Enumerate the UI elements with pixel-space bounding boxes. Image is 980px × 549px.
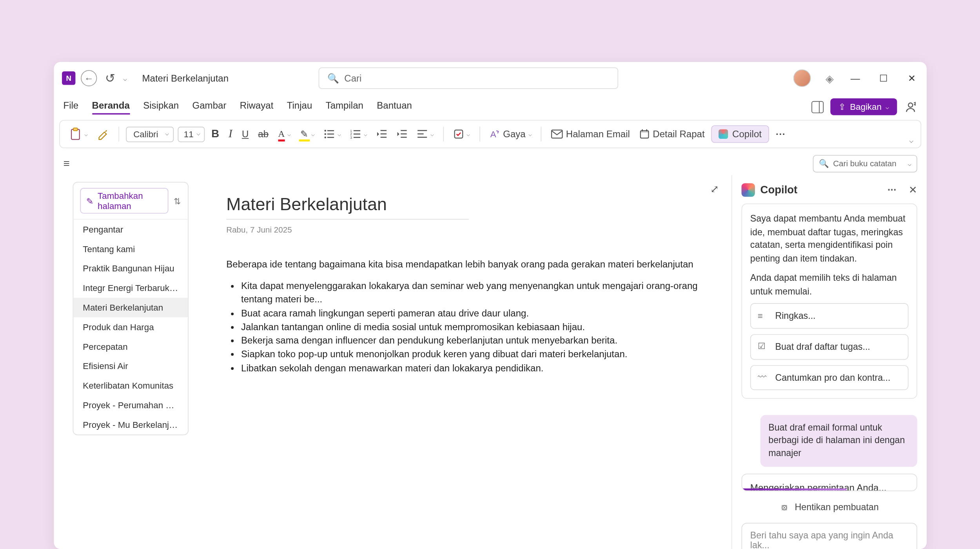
bullet-item[interactable]: Buat acara ramah lingkungan seperti pame…: [241, 306, 713, 320]
intro-text[interactable]: Beberapa ide tentang bagaimana kita bisa…: [226, 259, 712, 269]
email-page-button[interactable]: Halaman Email: [548, 127, 633, 141]
copilot-suggestion[interactable]: ☑Buat draf daftar tugas...: [750, 334, 909, 360]
page-content[interactable]: ⤢ Materi Berkelanjutan Rabu, 7 Juni 2025…: [189, 175, 731, 549]
bullet-item[interactable]: Libatkan sekolah dengan menawarkan mater…: [241, 361, 713, 374]
notebook-search[interactable]: 🔍 Cari buku catatan ⌵: [813, 155, 917, 173]
email-page-label: Halaman Email: [566, 129, 630, 139]
svg-rect-6: [327, 134, 334, 135]
copilot-icon: [719, 129, 728, 139]
page-date: Rabu, 7 Juni 2025: [226, 225, 712, 235]
svg-point-0: [908, 103, 913, 107]
svg-rect-8: [327, 137, 334, 138]
indent-button[interactable]: [394, 128, 410, 140]
menu-sisipkan[interactable]: Sisipkan: [143, 99, 179, 114]
sort-pages-button[interactable]: ⇅: [174, 196, 181, 206]
menu-tampilan[interactable]: Tampilan: [326, 99, 363, 114]
bullet-item[interactable]: Siapkan toko pop-up untuk menonjolkan pr…: [241, 347, 713, 361]
page-item[interactable]: Praktik Bangunan Hijau: [73, 259, 188, 278]
menu-bantuan[interactable]: Bantuan: [377, 99, 412, 114]
page-title[interactable]: Materi Berkelanjutan: [226, 194, 468, 220]
copilot-menu-button[interactable]: ···: [887, 184, 897, 196]
meet-now-icon[interactable]: [904, 100, 917, 113]
expand-icon[interactable]: ⤢: [710, 183, 719, 195]
page-item[interactable]: Pengantar: [73, 220, 188, 239]
font-color-button[interactable]: A⌵: [275, 127, 294, 141]
svg-rect-12: [354, 134, 360, 135]
titlebar: N ← ↺ ⌵ Materi Berkelanjutan 🔍 Cari ◈ — …: [54, 62, 927, 94]
copilot-input[interactable]: Beri tahu saya apa yang ingin Anda lak..…: [742, 523, 917, 549]
share-button[interactable]: ⇪ Bagikan ⌵: [830, 98, 897, 115]
styles-button[interactable]: A Gaya⌵: [487, 127, 534, 141]
user-avatar[interactable]: [793, 69, 811, 87]
hamburger-icon[interactable]: ≡: [63, 158, 69, 170]
copilot-ribbon-button[interactable]: Copilot: [711, 125, 769, 143]
svg-rect-2: [73, 128, 77, 131]
ribbon-toolbar: ⌵ Calibri 11 B I U ab A⌵ ✎⌵ ⌵ 123⌵ ⌵ ⌵ A…: [59, 120, 921, 148]
page-item[interactable]: Proyek - Perumahan Hijau...: [73, 395, 188, 415]
page-item[interactable]: Materi Berkelanjutan: [73, 298, 188, 317]
premium-icon[interactable]: ◈: [826, 72, 834, 85]
maximize-button[interactable]: ☐: [877, 73, 890, 84]
copilot-logo-icon: [742, 183, 755, 196]
bullet-item[interactable]: Kita dapat menyelenggarakan lokakarya da…: [241, 279, 713, 306]
meeting-details-button[interactable]: Detail Rapat: [637, 127, 707, 141]
global-search[interactable]: 🔍 Cari: [319, 67, 619, 89]
copilot-close-button[interactable]: ✕: [909, 184, 917, 196]
onenote-app-icon: N: [62, 71, 75, 85]
menu-file[interactable]: File: [63, 99, 78, 114]
svg-rect-17: [381, 137, 387, 138]
strikethrough-button[interactable]: ab: [255, 127, 271, 141]
page-item[interactable]: Percepatan: [73, 337, 188, 356]
bullet-item[interactable]: Bekerja sama dengan influencer dan pendu…: [241, 334, 713, 347]
app-window: N ← ↺ ⌵ Materi Berkelanjutan 🔍 Cari ◈ — …: [54, 62, 927, 549]
page-item[interactable]: Produk dan Harga: [73, 317, 188, 337]
copilot-suggestion[interactable]: 〰Cantumkan pro dan kontra...: [750, 365, 909, 390]
add-page-button[interactable]: ✎ Tambahkan halaman: [80, 188, 168, 213]
highlight-button[interactable]: ✎⌵: [298, 127, 317, 141]
ribbon-overflow-button[interactable]: ···: [773, 127, 788, 141]
copilot-stop-button[interactable]: ⦻ Hentikan pembuatan: [742, 498, 917, 516]
chevron-down-icon: ⌵: [908, 160, 911, 167]
svg-point-5: [324, 133, 326, 135]
minimize-button[interactable]: —: [849, 73, 862, 84]
menu-riwayat[interactable]: Riwayat: [240, 99, 274, 114]
undo-button[interactable]: ↺: [102, 71, 118, 85]
menu-tinjau[interactable]: Tinjau: [287, 99, 312, 114]
tag-button[interactable]: ⌵: [450, 127, 473, 141]
align-button[interactable]: ⌵: [414, 128, 436, 140]
copilot-stop-label: Hentikan pembuatan: [795, 502, 879, 512]
numbering-button[interactable]: 123⌵: [347, 128, 370, 140]
menubar: FileBerandaSisipkanGambarRiwayatTinjauTa…: [54, 95, 927, 120]
ribbon-collapse-button[interactable]: ⌵: [909, 136, 914, 145]
format-painter-button[interactable]: [94, 127, 112, 142]
svg-rect-26: [552, 130, 563, 138]
page-item[interactable]: Keterlibatan Komunitas: [73, 376, 188, 396]
italic-button[interactable]: I: [226, 126, 235, 142]
bold-button[interactable]: B: [209, 127, 222, 142]
undo-dropdown[interactable]: ⌵: [123, 75, 127, 82]
back-button[interactable]: ←: [81, 70, 97, 86]
menu-gambar[interactable]: Gambar: [192, 99, 227, 114]
svg-rect-4: [327, 130, 334, 131]
paste-button[interactable]: ⌵: [67, 126, 90, 142]
bullet-item[interactable]: Jalankan tantangan online di media sosia…: [241, 320, 713, 334]
pane-layout-icon[interactable]: [811, 101, 824, 113]
font-size-select[interactable]: 11: [178, 126, 205, 142]
page-item[interactable]: Proyek - Mu Berkelanjutan...: [73, 415, 188, 434]
menu-beranda[interactable]: Beranda: [92, 99, 130, 114]
svg-rect-16: [381, 133, 387, 135]
idea-bullets[interactable]: Kita dapat menyelenggarakan lokakarya da…: [226, 279, 712, 374]
close-window-button[interactable]: ✕: [905, 73, 918, 84]
font-family-select[interactable]: Calibri: [126, 126, 174, 142]
outdent-button[interactable]: [374, 128, 390, 140]
bullets-button[interactable]: ⌵: [321, 128, 343, 140]
copilot-suggestion[interactable]: ≡Ringkas...: [750, 304, 909, 329]
notebook-search-placeholder: Cari buku catatan: [833, 159, 897, 168]
suggestion-icon: 〰: [758, 371, 768, 384]
underline-button[interactable]: U: [239, 127, 251, 141]
page-item[interactable]: Integr Energi Terbarukan...: [73, 278, 188, 298]
copilot-intro-2: Anda dapat memilih teks di halaman untuk…: [750, 272, 909, 298]
page-item[interactable]: Tentang kami: [73, 239, 188, 259]
page-item[interactable]: Efisiensi Air: [73, 356, 188, 376]
document-title: Materi Berkelanjutan: [142, 73, 229, 84]
